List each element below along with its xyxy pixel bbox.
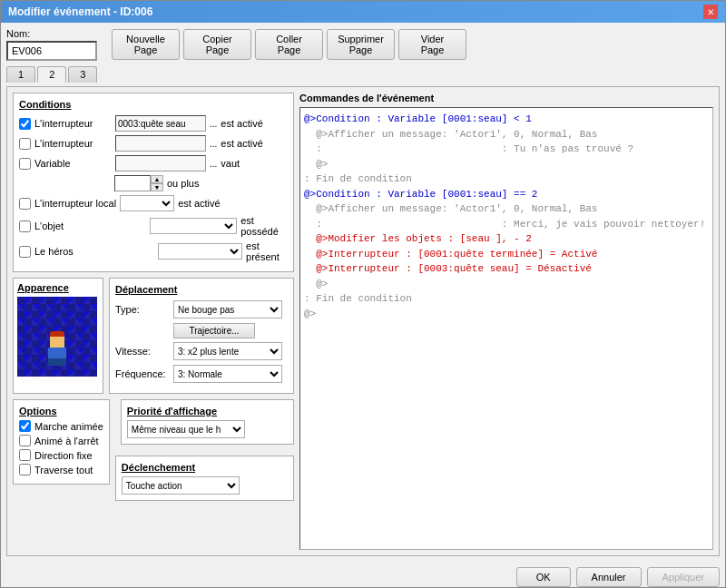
anime-arret-checkbox[interactable] bbox=[19, 435, 31, 446]
direction-fixe-label: Direction fixe bbox=[34, 450, 93, 461]
decl-select[interactable]: Touche action Contact avec le héros Cont… bbox=[122, 476, 240, 495]
objet-after: est possédé bbox=[240, 215, 288, 237]
cmd-line-3: : : Tu n'as pas trouvé ? bbox=[304, 142, 709, 157]
conditions-box: Conditions L'interrupteur ... est activé… bbox=[13, 93, 294, 272]
anime-arret-label: Animé à l'arrêt bbox=[34, 436, 99, 446]
cmd-line-1: @>Condition : Variable [0001:seau] < 1 bbox=[304, 112, 709, 127]
main-window: Modifier événement - ID:006 ✕ Nom: Nouve… bbox=[0, 0, 726, 588]
coller-page-button[interactable]: CollerPage bbox=[255, 29, 323, 60]
spin-down[interactable]: ▼ bbox=[151, 183, 163, 191]
commands-area[interactable]: @>Condition : Variable [0001:seau] < 1 @… bbox=[299, 107, 713, 550]
interrupteur1-label: L'interrupteur bbox=[34, 118, 112, 129]
interrupteur1-dots: ... bbox=[210, 119, 217, 129]
right-panel: Commandes de l'événement @>Condition : V… bbox=[299, 93, 713, 550]
priority-box: Priorité d'affichage En dessous du héros… bbox=[121, 399, 294, 445]
interrupteur2-checkbox[interactable] bbox=[19, 138, 31, 150]
name-input[interactable] bbox=[6, 41, 97, 61]
trajectoire-button[interactable]: Trajectoire... bbox=[173, 323, 255, 338]
traverse-tout-checkbox[interactable] bbox=[19, 464, 31, 475]
objet-select[interactable] bbox=[150, 218, 237, 234]
deplacement-box: Déplacement Type: Ne bouge pas Aléatoire… bbox=[109, 278, 294, 394]
heros-select[interactable] bbox=[158, 243, 242, 260]
option-row-3: Direction fixe bbox=[19, 449, 103, 461]
vider-page-button[interactable]: ViderPage bbox=[398, 29, 466, 60]
sprite-area[interactable] bbox=[17, 297, 97, 377]
traverse-tout-label: Traverse tout bbox=[34, 465, 93, 475]
depl-type-select[interactable]: Ne bouge pas Aléatoire Vers le joueur bbox=[173, 300, 282, 318]
option-row-2: Animé à l'arrêt bbox=[19, 435, 103, 446]
cmd-line-13: : Fin de condition bbox=[304, 291, 709, 307]
interrupteur1-after: est activé bbox=[221, 118, 262, 129]
priority-select[interactable]: En dessous du héros Même niveau que le h… bbox=[127, 420, 245, 438]
variable-after: vaut bbox=[221, 158, 240, 169]
depl-vitesse-label: Vitesse: bbox=[115, 346, 170, 357]
condition-row-objet: L'objet est possédé bbox=[19, 215, 288, 237]
interrupteur2-after: est activé bbox=[221, 138, 262, 149]
interrupteur-local-after: est activé bbox=[178, 198, 220, 209]
depl-title: Déplacement bbox=[115, 284, 288, 295]
depl-type-row: Type: Ne bouge pas Aléatoire Vers le jou… bbox=[115, 300, 288, 318]
marche-animee-label: Marche animée bbox=[34, 421, 103, 432]
interrupteur2-input[interactable] bbox=[115, 135, 206, 152]
tab-2[interactable]: 2 bbox=[37, 66, 66, 83]
title-bar: Modifier événement - ID:006 ✕ bbox=[1, 1, 725, 23]
objet-checkbox[interactable] bbox=[19, 220, 31, 232]
option-row-4: Traverse tout bbox=[19, 464, 103, 475]
ou-plus-label: ou plus bbox=[167, 178, 199, 189]
options-box: Options Marche animée Animé à l'arrêt Di… bbox=[13, 399, 110, 485]
cmd-line-10: @>Interrupteur : [0001:quête terminée] =… bbox=[304, 247, 709, 262]
interrupteur1-input[interactable] bbox=[115, 115, 206, 132]
window-title: Modifier événement - ID:006 bbox=[8, 5, 152, 18]
interrupteur1-checkbox[interactable] bbox=[19, 118, 31, 130]
main-content: Nom: NouvellePage CopierPage CollerPage … bbox=[1, 23, 725, 562]
left-panel: Conditions L'interrupteur ... est activé… bbox=[13, 93, 294, 550]
appliquer-button[interactable]: Appliquer bbox=[647, 567, 720, 587]
objet-label: L'objet bbox=[34, 220, 112, 231]
spinner-row: ▲ ▼ ou plus bbox=[114, 175, 288, 191]
marche-animee-checkbox[interactable] bbox=[19, 420, 31, 432]
variable-label: Variable bbox=[34, 158, 112, 169]
variable-checkbox[interactable] bbox=[19, 158, 31, 170]
interrupteur2-label: L'interrupteur bbox=[34, 138, 112, 149]
variable-input[interactable] bbox=[115, 155, 206, 172]
depl-vitesse-select[interactable]: 1: x8 plus lente 2: x4 plus lente 3: x2 … bbox=[173, 342, 282, 360]
event-commands-title: Commandes de l'événement bbox=[299, 93, 713, 103]
options-title: Options bbox=[19, 406, 103, 416]
option-row-1: Marche animée bbox=[19, 420, 103, 432]
cmd-line-14: @> bbox=[304, 307, 709, 322]
interrupteur-local-select[interactable] bbox=[120, 195, 174, 211]
tab-1[interactable]: 1 bbox=[6, 66, 35, 83]
close-button[interactable]: ✕ bbox=[703, 5, 718, 19]
nouvelle-page-button[interactable]: NouvellePage bbox=[112, 29, 180, 60]
priority-title: Priorité d'affichage bbox=[127, 406, 288, 416]
cmd-line-7: @>Afficher un message: 'Actor1', 0, Norm… bbox=[304, 201, 709, 217]
condition-row-3: Variable ... vaut bbox=[19, 155, 288, 172]
spin-wrapper: ▲ ▼ bbox=[114, 175, 163, 191]
interrupteur-local-checkbox[interactable] bbox=[19, 198, 31, 210]
decl-title: Déclenchement bbox=[122, 462, 288, 473]
variable-dots: ... bbox=[210, 159, 217, 169]
cmd-line-12: @> bbox=[304, 277, 709, 292]
appearance-box: Apparence bbox=[13, 278, 103, 394]
supprimer-page-button[interactable]: SupprimerPage bbox=[327, 29, 395, 60]
spin-up[interactable]: ▲ bbox=[151, 175, 163, 183]
bottom-row-left: Options Marche animée Animé à l'arrêt Di… bbox=[13, 399, 294, 501]
direction-fixe-checkbox[interactable] bbox=[19, 449, 31, 461]
ok-button[interactable]: OK bbox=[516, 567, 571, 587]
cmd-line-4: @> bbox=[304, 157, 709, 172]
tab-3[interactable]: 3 bbox=[68, 66, 97, 83]
title-bar-controls: ✕ bbox=[703, 5, 718, 19]
top-buttons: NouvellePage CopierPage CollerPage Suppr… bbox=[112, 29, 466, 60]
spin-input[interactable] bbox=[114, 175, 151, 191]
condition-row-2: L'interrupteur ... est activé bbox=[19, 135, 288, 152]
copier-page-button[interactable]: CopierPage bbox=[183, 29, 251, 60]
cmd-line-9: @>Modifier les objets : [seau ], - 2 bbox=[304, 231, 709, 247]
right-options: Priorité d'affichage En dessous du héros… bbox=[115, 399, 294, 501]
declenchement-box: Déclenchement Touche action Contact avec… bbox=[115, 456, 294, 501]
conditions-title: Conditions bbox=[19, 99, 288, 110]
spin-buttons: ▲ ▼ bbox=[151, 175, 163, 191]
depl-frequence-select[interactable]: 1: Min 2: Basse 3: Normale 4: Haute 5: M… bbox=[173, 365, 282, 383]
heros-checkbox[interactable] bbox=[19, 246, 31, 258]
depl-type-label: Type: bbox=[115, 304, 170, 315]
annuler-button[interactable]: Annuler bbox=[576, 567, 642, 587]
